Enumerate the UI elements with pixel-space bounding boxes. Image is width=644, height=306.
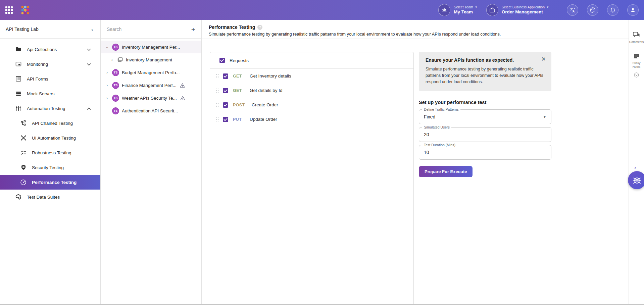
workspace: API Testing Lab ‹ Api Collections Monito…	[0, 20, 644, 305]
svg-text:A: A	[573, 9, 575, 13]
team-selector[interactable]: Select Team▼ My Team	[438, 4, 478, 16]
sidebar-item-label: Security Testing	[32, 165, 100, 170]
http-method-badge: GET	[233, 74, 247, 79]
sidebar-header: API Testing Lab ‹	[0, 20, 100, 39]
chevron-down-icon[interactable]	[87, 46, 91, 52]
request-row[interactable]: PUT Update Order	[210, 112, 413, 126]
add-button[interactable]: +	[191, 26, 195, 33]
tree-item-authentication-api-suite[interactable]: › TS Authentication API Securit...	[101, 104, 201, 117]
sidebar: API Testing Lab ‹ Api Collections Monito…	[0, 20, 101, 305]
app-launcher-icon[interactable]	[5, 6, 13, 14]
business-app-selector[interactable]: Select Business Application▼ Order Manag…	[486, 4, 549, 16]
sidebar-item-label: Api Collections	[27, 47, 82, 52]
tree-item-label: Inventory Management Per...	[122, 45, 180, 50]
assistant-bug-button[interactable]	[628, 171, 644, 189]
sidebar-item-label: Automation Testing	[27, 106, 82, 111]
chevron-right-icon[interactable]: ›	[105, 83, 109, 87]
chevron-right-icon[interactable]: ›	[105, 70, 109, 74]
comments-icon	[633, 32, 640, 38]
request-checkbox[interactable]	[223, 73, 228, 79]
sidebar-item-test-data-suites[interactable]: Test Data Suites	[0, 190, 100, 204]
monitor-icon	[15, 61, 21, 67]
tree-item-label: Finance Mangement Perf...	[122, 83, 177, 88]
sidebar-item-label: Robustness Testing	[32, 150, 100, 155]
traffic-pattern-select[interactable]: Define Traffic Patterns Fixed ▼	[419, 109, 551, 124]
sidebar-item-ui-automation-testing[interactable]: UI Automation Testing	[0, 131, 100, 145]
sidebar-item-label: Performance Testing	[32, 180, 100, 185]
sidebar-item-monitoring[interactable]: Monitoring	[0, 57, 100, 71]
account-button[interactable]	[627, 4, 639, 16]
assistant-widget: ‹	[628, 165, 642, 189]
prepare-for-execute-button[interactable]: Prepare For Execute	[419, 166, 473, 177]
http-method-badge: PUT	[233, 117, 247, 122]
sidebar-item-automation-testing[interactable]: Automation Testing	[0, 101, 100, 116]
request-checkbox[interactable]	[223, 117, 228, 122]
speedometer-icon	[20, 179, 27, 186]
request-checkbox[interactable]	[223, 88, 228, 93]
comments-button[interactable]: Comments	[629, 32, 644, 44]
sliders-icon	[15, 105, 21, 112]
requests-panel: Requests GET Get Inventory details GET G…	[210, 52, 414, 305]
chevron-down-icon: ▼	[546, 6, 549, 9]
chevron-right-icon[interactable]: ›	[110, 58, 114, 62]
help-icon[interactable]: ?	[257, 25, 262, 30]
drag-handle-icon[interactable]	[216, 74, 219, 79]
chevron-up-icon[interactable]	[87, 105, 91, 111]
select-all-checkbox[interactable]	[219, 58, 225, 63]
simulated-users-input[interactable]	[424, 132, 546, 137]
sidebar-item-label: Test Data Suites	[27, 195, 100, 200]
chevron-down-icon[interactable]	[87, 61, 91, 67]
page-subtitle: Simulate performance testing by generati…	[209, 32, 629, 37]
sidebar-item-security-testing[interactable]: Security Testing	[0, 160, 100, 175]
theme-button[interactable]	[587, 4, 598, 16]
translate-button[interactable]: 文 A	[567, 4, 578, 16]
expand-more-icon[interactable]	[634, 72, 639, 78]
sidebar-item-robustness-testing[interactable]: Robustness Testing	[0, 145, 100, 160]
setup-column: Ensure your APIs function as expected. ✕…	[419, 52, 551, 305]
bell-icon	[610, 7, 616, 13]
sidebar-item-api-chained-testing[interactable]: API Chained Testing	[0, 116, 100, 131]
request-row[interactable]: GET Get Inventory details	[210, 69, 413, 83]
person-icon	[630, 7, 636, 13]
tree-item-inventory-management-suite[interactable]: ⌄ TS Inventory Management Per...	[101, 41, 201, 53]
chevron-down-icon[interactable]: ⌄	[105, 45, 109, 49]
brand-logo[interactable]	[20, 5, 30, 15]
notifications-button[interactable]	[607, 4, 618, 16]
team-selector-value: My Team	[454, 9, 478, 15]
traffic-pattern-value: Fixed	[424, 114, 543, 119]
tree-item-finance-management-suite[interactable]: › TS Finance Mangement Perf...	[101, 79, 201, 92]
sidebar-collapse-icon[interactable]: ‹	[91, 27, 93, 32]
request-row[interactable]: POST Create Order	[210, 98, 413, 112]
sidebar-item-mock-servers[interactable]: Mock Servers	[0, 86, 100, 101]
request-checkbox[interactable]	[223, 102, 228, 108]
app-screen: Select Team▼ My Team Select Business App…	[0, 0, 644, 306]
close-icon[interactable]: ✕	[541, 56, 546, 62]
explorer-panel: + ⌄ TS Inventory Management Per... › Inv…	[101, 20, 202, 305]
checklist-icon	[20, 150, 27, 156]
requests-header-label: Requests	[230, 58, 249, 63]
drag-handle-icon[interactable]	[216, 88, 219, 93]
search-input[interactable]	[107, 27, 191, 32]
palette-icon	[590, 7, 596, 13]
drag-handle-icon[interactable]	[216, 117, 219, 122]
rail-label: Sticky Notes	[629, 61, 644, 69]
tree-item-budget-management-suite[interactable]: › TS Budget Management Perfo...	[101, 66, 201, 79]
test-suite-badge: TS	[112, 82, 119, 89]
request-row[interactable]: GET Get details by Id	[210, 83, 413, 98]
tree-item-weather-apis-suite[interactable]: › TS Weather APIs Security Te...	[101, 92, 201, 104]
top-bar: Select Team▼ My Team Select Business App…	[0, 0, 644, 20]
tree-item-inventory-management-collection[interactable]: › Inventory Management	[101, 53, 201, 66]
test-duration-input[interactable]	[424, 150, 546, 155]
sidebar-item-api-collections[interactable]: Api Collections	[0, 42, 100, 57]
info-banner: Ensure your APIs function as expected. ✕…	[419, 52, 551, 91]
sticky-notes-button[interactable]: Sticky Notes	[629, 53, 644, 78]
sidebar-item-api-forms[interactable]: API Forms	[0, 71, 100, 86]
chevron-left-icon[interactable]: ‹	[634, 165, 636, 170]
sidebar-item-label: Monitoring	[27, 62, 82, 67]
sidebar-item-performance-testing[interactable]: Performance Testing	[0, 175, 100, 190]
request-name: Update Order	[250, 117, 277, 122]
sidebar-item-label: UI Automation Testing	[32, 136, 100, 141]
setup-heading: Set up your performance test	[419, 100, 551, 105]
chevron-right-icon[interactable]: ›	[105, 96, 109, 100]
drag-handle-icon[interactable]	[216, 103, 219, 107]
